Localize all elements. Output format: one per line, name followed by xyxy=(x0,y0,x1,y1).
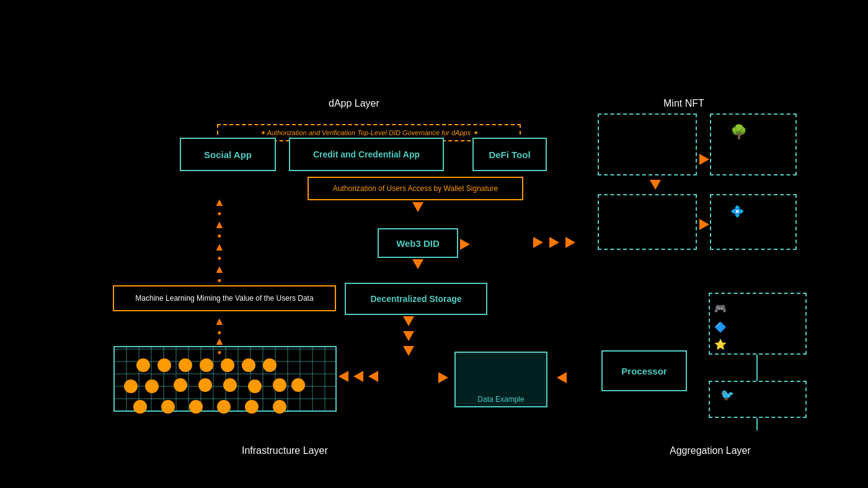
arrow-storage-down1 xyxy=(403,316,414,329)
mint-icon-diamond: 💠 xyxy=(730,205,744,218)
node-18 xyxy=(189,400,203,414)
arrow-mint-right1 xyxy=(699,219,709,233)
ml-banner: Machine Learning Miming the Value of the… xyxy=(113,285,336,311)
dapp-layer-label: dApp Layer xyxy=(329,98,379,109)
person-icon-2: ▲● xyxy=(214,218,225,240)
node-7 xyxy=(263,358,277,372)
arrow-mint-right2 xyxy=(699,154,709,167)
node-12 xyxy=(223,378,237,392)
node-2 xyxy=(157,358,171,372)
node-4 xyxy=(200,358,213,372)
agg-icon-2: 🔷 xyxy=(714,321,727,333)
node-9 xyxy=(145,379,159,393)
node-5 xyxy=(221,358,234,372)
node-19 xyxy=(217,400,231,414)
mint-box-tr xyxy=(710,113,797,175)
arrow-storage-down2 xyxy=(403,331,414,344)
web3-did-box: Web3 DID xyxy=(378,228,458,258)
agg-icon-3: ⭐ xyxy=(714,339,727,350)
processor-box: Processor xyxy=(601,350,687,391)
data-example-label: Data Example xyxy=(477,395,524,404)
node-20 xyxy=(245,400,259,414)
infra-arrows xyxy=(339,371,378,382)
auth-wallet-banner: Authorization of Users Access by Wallet … xyxy=(308,177,523,200)
node-17 xyxy=(161,400,175,414)
social-app-box: Social App xyxy=(180,138,276,171)
arrow-web3-to-storage xyxy=(412,259,423,272)
node-11 xyxy=(198,378,212,392)
node-8 xyxy=(124,379,138,393)
mint-box-tl xyxy=(598,113,697,175)
node-16 xyxy=(133,400,147,414)
person-icon-1: ▲● xyxy=(214,196,225,218)
arrow-to-data xyxy=(438,372,448,386)
agg-icon-bird: 🐦 xyxy=(720,388,734,402)
agg-vert-line xyxy=(756,355,758,381)
node-21 xyxy=(273,400,286,414)
arrow-web3-right xyxy=(460,239,470,252)
arrow-mint-down1 xyxy=(650,180,661,192)
person-icon-4: ▲● xyxy=(214,263,225,285)
auth-dashed-text: ✦ Authorization and Verification Top-Lev… xyxy=(260,129,478,137)
node-15 xyxy=(291,378,305,392)
defi-tool-box: DeFi Tool xyxy=(472,138,547,171)
arrow-auth-to-web3 xyxy=(412,202,423,215)
data-example-box: Data Example xyxy=(454,352,547,407)
diagram-container: dApp Layer Mint NFT Infrastructure Layer… xyxy=(0,0,868,488)
mint-nft-label: Mint NFT xyxy=(663,98,704,109)
agg-vert-line2 xyxy=(756,418,758,430)
mint-icon-tree: 🌳 xyxy=(730,124,747,140)
arrows-to-mint xyxy=(533,237,575,248)
node-14 xyxy=(273,378,286,392)
node-6 xyxy=(242,358,255,372)
infra-layer-label: Infrastructure Layer xyxy=(242,445,328,456)
person-icon-3: ▲● xyxy=(214,241,225,262)
mint-box-mr xyxy=(710,194,797,250)
node-10 xyxy=(174,378,187,392)
credit-app-box: Credit and Credential App xyxy=(289,138,444,171)
node-3 xyxy=(179,358,192,372)
node-13 xyxy=(248,379,262,393)
aggregation-layer-label: Aggregation Layer xyxy=(670,445,751,456)
agg-icon-1: 🎮 xyxy=(714,303,727,314)
decentralized-storage-box: Decentralized Storage xyxy=(345,283,487,315)
person-icon-5: ▲● xyxy=(214,315,225,337)
arrow-data-to-processor xyxy=(557,372,567,386)
mint-box-ml xyxy=(598,194,697,250)
arrow-storage-down3 xyxy=(403,346,414,358)
node-1 xyxy=(136,358,150,372)
